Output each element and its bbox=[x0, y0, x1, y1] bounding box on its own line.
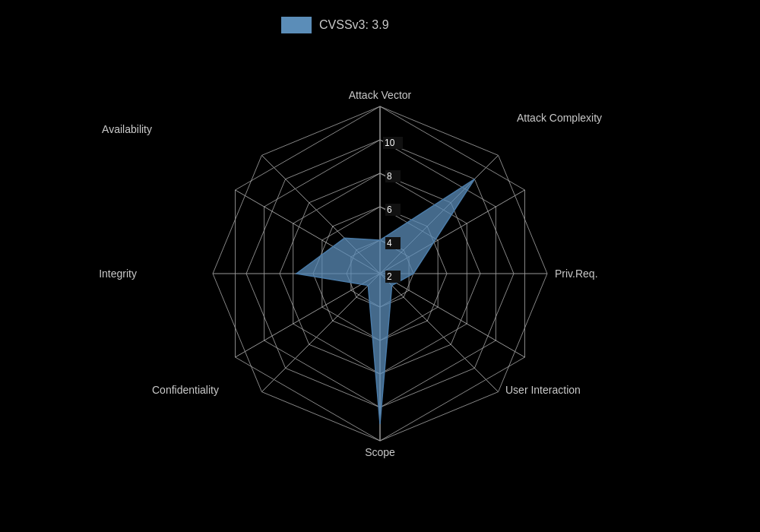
axis-scope bbox=[236, 274, 381, 357]
legend-label: CVSSv3: 3.9 bbox=[319, 18, 389, 31]
scale-label-8: 8 bbox=[387, 171, 392, 182]
legend-color-box bbox=[281, 17, 312, 33]
radar-chart: .axis-line { stroke: #999; stroke-width:… bbox=[0, 0, 760, 532]
scale-label-10: 10 bbox=[385, 138, 395, 148]
label-attack-vector: Attack Vector bbox=[349, 89, 412, 101]
axis-priv-req bbox=[380, 274, 525, 357]
chart-container: .axis-line { stroke: #999; stroke-width:… bbox=[0, 0, 760, 532]
label-priv-req: Priv.Req. bbox=[555, 268, 598, 280]
scale-label-4: 4 bbox=[387, 238, 392, 249]
scale-label-2: 2 bbox=[387, 271, 392, 282]
label-confidentiality: Confidentiality bbox=[152, 384, 219, 396]
label-user-interaction: User Interaction bbox=[505, 384, 581, 396]
label-integrity: Integrity bbox=[99, 268, 137, 280]
ax-c bbox=[261, 274, 380, 392]
scale-label-6: 6 bbox=[387, 204, 392, 215]
label-availability: Availability bbox=[102, 123, 152, 135]
ax-ui bbox=[380, 274, 499, 392]
label-scope: Scope bbox=[365, 446, 395, 458]
label-attack-complexity: Attack Complexity bbox=[517, 112, 602, 124]
